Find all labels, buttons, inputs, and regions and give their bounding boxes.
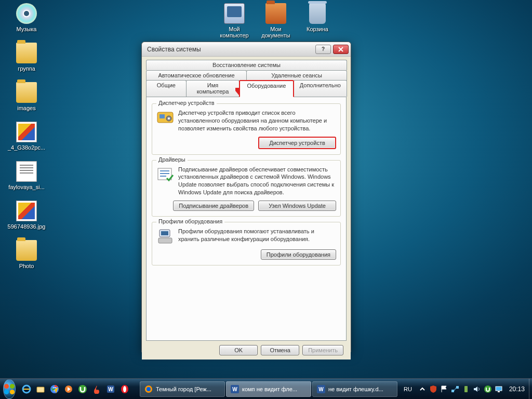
svg-rect-31 xyxy=(464,386,468,392)
start-button[interactable] xyxy=(3,379,16,399)
tab-general[interactable]: Общие xyxy=(146,80,187,97)
tab-hardware[interactable]: Оборудование xyxy=(239,80,294,97)
word-icon: W xyxy=(317,385,325,393)
documents-icon xyxy=(265,3,286,24)
desktop-icon-group[interactable]: группа xyxy=(7,43,46,72)
svg-rect-7 xyxy=(158,238,172,243)
word-icon: W xyxy=(231,385,239,393)
desktop-icon-jpg[interactable]: 596748936.jpg xyxy=(7,201,46,230)
svg-rect-30 xyxy=(456,386,459,389)
task-word1[interactable]: W комп не видит фле... xyxy=(226,381,311,397)
window-title: Свойства системы xyxy=(147,46,315,53)
svg-rect-13 xyxy=(37,387,44,392)
ql-word[interactable]: W xyxy=(105,383,116,395)
group-text: Профили оборудования помогают устанавлив… xyxy=(178,228,336,245)
cancel-button[interactable]: Отмена xyxy=(261,345,299,355)
ql-torrent[interactable] xyxy=(77,383,88,395)
tray-network-icon[interactable] xyxy=(451,385,459,393)
tab-auto-update[interactable]: Автоматическое обновление xyxy=(146,70,247,81)
ok-button[interactable]: OK xyxy=(219,345,258,355)
ql-nero[interactable] xyxy=(91,383,102,395)
tray-display-icon[interactable] xyxy=(495,385,503,393)
media-icon xyxy=(64,384,73,394)
icon-label: faylovaya_si... xyxy=(7,184,46,190)
apply-button[interactable]: Применить xyxy=(302,345,343,355)
desktop-icon-photo[interactable]: Photo xyxy=(7,240,46,269)
chrome-icon xyxy=(50,384,59,394)
svg-point-10 xyxy=(4,389,9,394)
icon-label: _4_G38o2pc... xyxy=(7,144,46,151)
desktop-icon-mydocuments[interactable]: Мои документы xyxy=(257,3,295,38)
titlebar[interactable]: Свойства системы xyxy=(142,42,351,57)
opera-icon xyxy=(120,384,129,394)
tray-security-icon[interactable] xyxy=(429,385,437,393)
ql-explorer[interactable] xyxy=(35,383,46,395)
tab-advanced[interactable]: Дополнительно xyxy=(294,80,347,97)
svg-point-8 xyxy=(4,383,9,388)
device-manager-button[interactable]: Диспетчер устройств xyxy=(258,137,336,149)
icon-label: Корзина xyxy=(298,26,337,32)
svg-point-3 xyxy=(168,117,170,119)
tray-flag-icon[interactable] xyxy=(440,385,448,393)
ql-chrome[interactable] xyxy=(49,383,60,395)
language-indicator[interactable]: RU xyxy=(404,386,412,392)
group-device-manager: Диспетчер устройств Диспетчер устройств … xyxy=(152,103,341,155)
drivers-icon xyxy=(156,166,174,183)
tray-usb-icon[interactable] xyxy=(462,385,470,393)
tray-volume-icon[interactable] xyxy=(473,385,481,393)
taskbar: W Темный город [Реж... W комп не видит ф… xyxy=(0,378,532,399)
svg-rect-33 xyxy=(496,387,502,391)
ql-ie[interactable] xyxy=(21,383,32,395)
group-text: Подписывание драйверов обеспечивает совм… xyxy=(178,166,336,196)
tray-torrent-icon[interactable] xyxy=(484,385,492,393)
close-button[interactable] xyxy=(333,45,349,54)
tab-computer-name[interactable]: Имя компьютера xyxy=(186,80,240,97)
svg-rect-6 xyxy=(161,231,168,235)
tray-arrow-icon[interactable] xyxy=(418,385,427,393)
desktop-icon-recyclebin[interactable]: Корзина xyxy=(298,3,337,32)
image-icon xyxy=(16,122,37,142)
computer-icon xyxy=(224,3,245,24)
help-button[interactable] xyxy=(315,45,331,54)
hardware-profiles-icon xyxy=(156,228,174,245)
desktop-icon-mycomputer[interactable]: Мой компьютер xyxy=(215,3,254,38)
show-desktop-button[interactable] xyxy=(529,379,529,400)
group-hardware-profiles: Профили оборудования Профили оборудовани… xyxy=(152,222,341,265)
icon-label: 596748936.jpg xyxy=(7,223,46,230)
clock[interactable]: 20:13 xyxy=(509,385,525,393)
group-legend: Профили оборудования xyxy=(156,218,224,224)
hardware-profiles-button[interactable]: Профили оборудования xyxy=(261,249,336,260)
task-label: не видит флешку.d... xyxy=(328,386,383,392)
driver-signing-button[interactable]: Подписывание драйверов xyxy=(173,201,254,211)
desktop-icon-txt[interactable]: faylovaya_si... xyxy=(7,161,46,190)
svg-rect-29 xyxy=(451,390,454,392)
desktop-icon-music[interactable]: Музыка xyxy=(7,3,46,32)
task-label: комп не видит фле... xyxy=(242,386,297,392)
tab-system-restore[interactable]: Восстановление системы xyxy=(146,60,347,70)
group-text: Диспетчер устройств приводит список всег… xyxy=(178,109,336,132)
ie-icon xyxy=(22,384,31,394)
task-firefox[interactable]: Темный город [Реж... xyxy=(140,381,225,397)
folder-icon xyxy=(16,82,37,103)
windows-update-button[interactable]: Узел Windows Update xyxy=(258,201,336,211)
svg-text:W: W xyxy=(318,387,324,392)
task-buttons: Темный город [Реж... W комп не видит фле… xyxy=(140,381,397,397)
close-icon xyxy=(338,47,343,52)
image-icon xyxy=(16,201,37,221)
folder-icon xyxy=(16,43,37,63)
tab-remote[interactable]: Удаленные сеансы xyxy=(246,70,347,81)
icon-label: Photo xyxy=(7,263,46,269)
system-properties-window: Свойства системы Восстановление системы … xyxy=(141,42,351,352)
utorrent-icon xyxy=(78,384,87,394)
svg-point-24 xyxy=(147,387,151,391)
desktop-icon-images[interactable]: images xyxy=(7,82,46,111)
dialog-buttons: OK Отмена Применить xyxy=(146,341,347,355)
recycle-bin-icon xyxy=(309,3,326,24)
desktop-icon-image-file[interactable]: _4_G38o2pc... xyxy=(7,122,46,151)
ql-opera[interactable] xyxy=(119,383,130,395)
group-legend: Драйверы xyxy=(156,156,188,163)
folder-icon xyxy=(16,240,37,261)
tab-strip: Восстановление системы Автоматическое об… xyxy=(146,60,347,341)
task-word2[interactable]: W не видит флешку.d... xyxy=(312,381,397,397)
ql-media[interactable] xyxy=(63,383,74,395)
